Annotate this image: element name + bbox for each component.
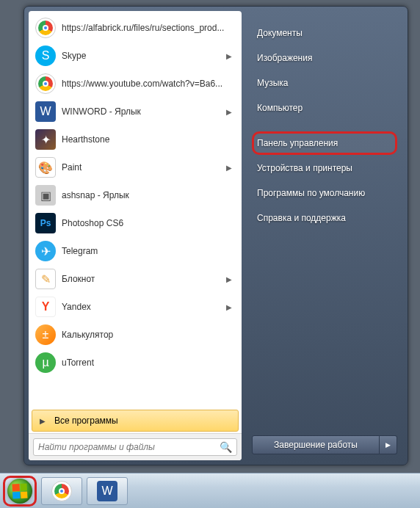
program-label: Yandex <box>62 302 226 312</box>
program-item[interactable]: 🎨Paint▶ <box>30 153 240 181</box>
program-item[interactable]: YYandex▶ <box>30 293 240 321</box>
taskbar: W <box>0 473 420 508</box>
program-item[interactable]: https://alfabrick.ru/files/ru/sections_p… <box>30 14 240 42</box>
program-item[interactable]: ✎Блокнот▶ <box>30 265 240 293</box>
program-label: Photoshop CS6 <box>62 218 236 228</box>
submenu-arrow-icon: ▶ <box>226 303 236 311</box>
taskbar-item[interactable] <box>41 477 82 505</box>
submenu-arrow-icon: ▶ <box>226 164 236 172</box>
arrow-right-icon: ▶ <box>40 417 46 425</box>
right-pane-item[interactable]: Компьютер <box>252 96 397 120</box>
submenu-arrow-icon: ▶ <box>226 52 236 60</box>
word-icon: W <box>97 481 117 501</box>
program-label: uTorrent <box>62 358 236 368</box>
program-list: https://alfabrick.ru/files/ru/sections_p… <box>29 11 242 408</box>
right-pane-item[interactable]: Устройства и принтеры <box>252 156 397 180</box>
taskbar-item[interactable]: W <box>87 477 128 505</box>
word-icon: W <box>35 101 56 122</box>
right-pane-item[interactable]: Панель управления <box>252 131 397 155</box>
windows-logo-icon <box>12 483 27 498</box>
paint-icon: 🎨 <box>35 157 56 178</box>
right-pane-item[interactable]: Документы <box>252 21 397 45</box>
telegram-icon: ✈ <box>35 241 56 261</box>
right-list: ДокументыИзображенияМузыкаКомпьютерПанел… <box>252 21 397 231</box>
submenu-arrow-icon: ▶ <box>226 108 236 116</box>
utorrent-icon: µ <box>35 352 56 373</box>
hearthstone-icon: ✦ <box>35 129 56 150</box>
shutdown-row: Завершение работы ▶ <box>252 435 397 454</box>
program-item[interactable]: PsPhotoshop CS6 <box>30 209 240 237</box>
start-menu: https://alfabrick.ru/files/ru/sections_p… <box>23 6 408 465</box>
program-label: Telegram <box>62 246 236 256</box>
search-box[interactable]: 🔍 <box>33 438 237 456</box>
search-input[interactable] <box>38 442 220 452</box>
program-label: https://www.youtube.com/watch?v=Ba6... <box>62 79 236 89</box>
calculator-icon: ± <box>35 324 56 345</box>
program-item[interactable]: ▣ashsnap - Ярлык <box>30 181 240 209</box>
program-item[interactable]: ✈Telegram <box>30 237 240 265</box>
program-item[interactable]: ±Калькулятор <box>30 321 240 349</box>
chrome-icon <box>51 481 72 501</box>
start-menu-right-pane: ДокументыИзображенияМузыкаКомпьютерПанел… <box>242 11 403 460</box>
yandex-icon: Y <box>35 297 56 317</box>
right-pane-item[interactable]: Справка и поддержка <box>252 206 397 230</box>
right-pane-item[interactable]: Музыка <box>252 71 397 95</box>
shutdown-options-button[interactable]: ▶ <box>380 435 397 454</box>
submenu-arrow-icon: ▶ <box>226 275 236 283</box>
program-item[interactable]: µuTorrent <box>30 349 240 377</box>
program-item[interactable]: https://www.youtube.com/watch?v=Ba6... <box>30 70 240 98</box>
shutdown-button[interactable]: Завершение работы <box>252 435 380 454</box>
program-label: Блокнот <box>62 274 226 284</box>
shutdown-label: Завершение работы <box>274 440 358 450</box>
program-label: Hearthstone <box>62 134 236 145</box>
chrome-icon <box>35 18 56 38</box>
photoshop-icon: Ps <box>35 213 56 233</box>
program-label: Paint <box>62 162 226 173</box>
start-orb-icon <box>7 479 32 504</box>
program-label: WINWORD - Ярлык <box>62 106 226 117</box>
divider <box>252 121 397 131</box>
program-label: ashsnap - Ярлык <box>62 190 236 200</box>
program-label: https://alfabrick.ru/files/ru/sections_p… <box>62 23 236 33</box>
program-label: Калькулятор <box>62 330 236 340</box>
right-pane-item[interactable]: Изображения <box>252 46 397 70</box>
start-menu-left-pane: https://alfabrick.ru/files/ru/sections_p… <box>29 11 242 460</box>
all-programs-button[interactable]: ▶ Все программы <box>32 410 239 432</box>
program-label: Skype <box>62 51 226 61</box>
start-button[interactable] <box>3 476 37 507</box>
notepad-icon: ✎ <box>35 269 56 289</box>
program-item[interactable]: ✦Hearthstone <box>30 126 240 153</box>
skype-icon: S <box>35 46 56 66</box>
program-item[interactable]: WWINWORD - Ярлык▶ <box>30 98 240 126</box>
ashsnap-icon: ▣ <box>35 185 56 206</box>
all-programs-label: Все программы <box>54 416 118 426</box>
search-icon: 🔍 <box>220 441 232 453</box>
chrome-icon <box>35 73 56 94</box>
program-item[interactable]: SSkype▶ <box>30 42 240 70</box>
right-pane-item[interactable]: Программы по умолчанию <box>252 181 397 205</box>
search-container: 🔍 <box>29 433 242 460</box>
taskbar-items: W <box>41 477 128 505</box>
